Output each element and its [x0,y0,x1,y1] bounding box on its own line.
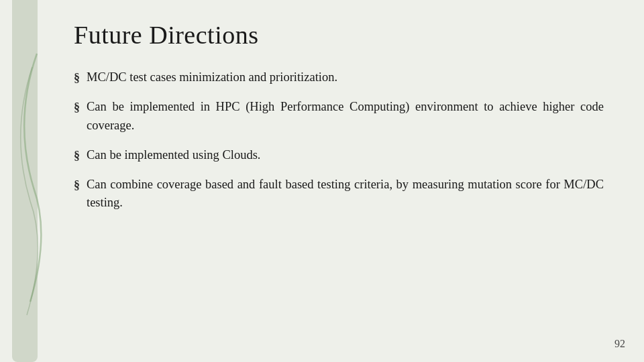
bullet-marker-2: § [74,99,80,117]
page-number: 92 [614,338,625,350]
bullet-list: § MC/DC test cases minimization and prio… [74,68,604,213]
bullet-text-1: MC/DC test cases minimization and priori… [87,68,604,87]
content-area: Future Directions § MC/DC test cases min… [60,0,644,362]
decoration-svg [0,0,60,362]
bullet-item-1: § MC/DC test cases minimization and prio… [74,68,604,87]
left-accent [0,0,60,362]
bullet-item-4: § Can combine coverage based and fault b… [74,176,604,213]
bullet-text-3: Can be implemented using Clouds. [87,146,604,165]
slide-container: Future Directions § MC/DC test cases min… [0,0,644,362]
bullet-item-3: § Can be implemented using Clouds. [74,146,604,165]
bullet-marker-4: § [74,176,80,194]
bullet-item-2: § Can be implemented in HPC (High Perfor… [74,98,604,135]
slide-title: Future Directions [74,20,604,50]
bullet-text-2: Can be implemented in HPC (High Performa… [87,98,604,135]
bullet-marker-3: § [74,147,80,165]
bullet-marker-1: § [74,69,80,87]
bullet-text-4: Can combine coverage based and fault bas… [87,176,604,213]
